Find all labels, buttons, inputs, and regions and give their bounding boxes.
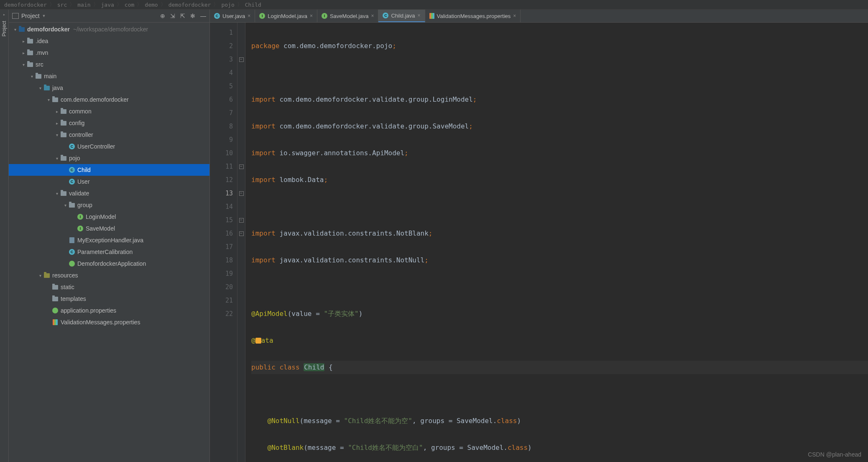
spring-props-icon — [52, 308, 58, 313]
project-header: Project ▼ ⊕ ⇲ ⇱ ✻ — — [9, 10, 209, 23]
collapse-all-icon[interactable]: ⇱ — [180, 13, 185, 19]
interface-icon: I — [259, 13, 265, 19]
tree-templates[interactable]: templates — [9, 293, 209, 305]
tab-label: User.java — [222, 13, 245, 19]
code-content[interactable]: package com.demo.demofordocker.pojo; imp… — [245, 23, 868, 462]
tree-loginmodel[interactable]: I LoginModel — [9, 211, 209, 223]
class-icon: C — [69, 167, 75, 173]
code-editor[interactable]: 12345678910111213141516171819202122 −−−−… — [210, 23, 868, 462]
interface-icon: I — [77, 226, 83, 231]
fold-gutter: −−−−− — [237, 23, 245, 462]
folder-icon — [52, 297, 58, 301]
locate-icon[interactable]: ⊕ — [160, 13, 165, 19]
close-icon[interactable]: × — [310, 13, 313, 19]
editor-tabs: CUser.java×ILoginModel.java×ISaveModel.j… — [210, 10, 868, 23]
tree-common[interactable]: ▸ common — [9, 105, 209, 117]
editor-tab[interactable]: ILoginModel.java× — [255, 10, 317, 22]
project-tool-label[interactable]: Project — [1, 21, 7, 36]
intention-bulb-icon[interactable] — [255, 338, 261, 344]
properties-file-icon — [53, 319, 58, 325]
tool-window-strip: ▸ Project — [0, 10, 9, 462]
class-icon: C — [69, 144, 75, 149]
package-icon — [52, 98, 58, 102]
gear-icon[interactable]: ✻ — [190, 13, 195, 19]
fold-icon[interactable]: − — [239, 231, 244, 236]
project-title[interactable]: Project — [21, 13, 40, 19]
fold-icon[interactable]: − — [239, 218, 244, 223]
class-icon: C — [214, 13, 220, 19]
package-icon — [61, 156, 66, 161]
tree-appprops[interactable]: application.properties — [9, 305, 209, 316]
tree-pojo[interactable]: ▾ pojo — [9, 152, 209, 164]
tree-group[interactable]: ▾ group — [9, 199, 209, 211]
tree-user[interactable]: C User — [9, 176, 209, 187]
breadcrumb-part[interactable]: demofordocker — [4, 2, 47, 8]
package-icon — [61, 109, 66, 114]
expand-all-icon[interactable]: ⇲ — [170, 13, 175, 19]
tree-controller[interactable]: ▾ controller — [9, 129, 209, 141]
tree-main[interactable]: ▾ main — [9, 70, 209, 82]
fold-icon[interactable]: − — [239, 164, 244, 169]
properties-file-icon — [429, 13, 434, 19]
tree-usercontroller[interactable]: C UserController — [9, 141, 209, 152]
tree-resources[interactable]: ▾ resources — [9, 270, 209, 281]
tree-myexh[interactable]: MyExceptionHandler.java — [9, 234, 209, 246]
tree-child[interactable]: C Child — [9, 164, 209, 176]
tree-src[interactable]: ▾ src — [9, 59, 209, 70]
breadcrumb-part[interactable]: demofordocker — [168, 2, 211, 8]
tree-demoapp[interactable]: DemofordockerApplication — [9, 258, 209, 270]
package-icon — [69, 203, 75, 208]
spring-icon — [69, 261, 75, 267]
breadcrumb-part[interactable]: pojo — [221, 2, 234, 8]
resources-folder-icon — [44, 273, 50, 278]
tab-label: ValidationMessages.properties — [437, 13, 511, 19]
breadcrumb-part[interactable]: src — [57, 2, 67, 8]
editor-tab[interactable]: ValidationMessages.properties× — [425, 10, 521, 22]
breadcrumb-part[interactable]: java — [101, 2, 114, 8]
chevron-down-icon[interactable]: ▼ — [42, 14, 46, 18]
tree-mvn[interactable]: ▸ .mvn — [9, 47, 209, 59]
tree-static[interactable]: static — [9, 281, 209, 293]
folder-icon — [27, 62, 33, 67]
tree-savemodel[interactable]: I SaveModel — [9, 223, 209, 234]
tree-java[interactable]: ▾ java — [9, 82, 209, 94]
folder-icon — [36, 74, 41, 79]
folder-icon — [52, 285, 58, 290]
module-icon — [19, 27, 25, 32]
editor-tab[interactable]: CUser.java× — [210, 10, 255, 22]
breadcrumb-part[interactable]: Child — [245, 2, 261, 8]
hide-icon[interactable]: — — [200, 13, 206, 19]
editor-area: CUser.java×ILoginModel.java×ISaveModel.j… — [210, 10, 868, 462]
tree-valmsg[interactable]: ValidationMessages.properties — [9, 316, 209, 328]
close-icon[interactable]: × — [248, 13, 250, 19]
close-icon[interactable]: × — [371, 13, 374, 19]
editor-tab[interactable]: ISaveModel.java× — [317, 10, 379, 22]
package-icon — [61, 133, 66, 137]
breadcrumb-part[interactable]: main — [77, 2, 90, 8]
tree-idea[interactable]: ▸ .idea — [9, 35, 209, 47]
close-icon[interactable]: × — [513, 13, 516, 19]
watermark: CSDN @plan-ahead — [808, 451, 861, 458]
tree-validate[interactable]: ▾ validate — [9, 187, 209, 199]
breadcrumb-part[interactable]: demo — [145, 2, 158, 8]
minimize-icon[interactable]: ▸ — [3, 12, 5, 17]
package-icon — [61, 121, 66, 126]
editor-tab[interactable]: CChild.java× — [378, 10, 425, 22]
source-folder-icon — [44, 86, 50, 90]
tree-package[interactable]: ▾ com.demo.demofordocker — [9, 94, 209, 105]
tree-paramcal[interactable]: C ParameterCalibration — [9, 246, 209, 258]
tree-root[interactable]: ▾ demofordocker ~/iworkspace/demofordock… — [9, 23, 209, 35]
tab-label: SaveModel.java — [330, 13, 369, 19]
close-icon[interactable]: × — [418, 13, 421, 18]
tree-config[interactable]: ▸ config — [9, 117, 209, 129]
java-file-icon — [69, 237, 74, 243]
breadcrumb-part[interactable]: com — [125, 2, 134, 8]
interface-icon: I — [77, 214, 83, 220]
line-gutter: 12345678910111213141516171819202122 — [210, 23, 237, 462]
fold-icon[interactable]: − — [239, 57, 244, 62]
project-tree[interactable]: ▾ demofordocker ~/iworkspace/demofordock… — [9, 23, 209, 462]
fold-icon[interactable]: − — [239, 191, 244, 196]
tab-label: LoginModel.java — [268, 13, 307, 19]
folder-icon — [27, 39, 33, 44]
folder-icon — [27, 51, 33, 55]
